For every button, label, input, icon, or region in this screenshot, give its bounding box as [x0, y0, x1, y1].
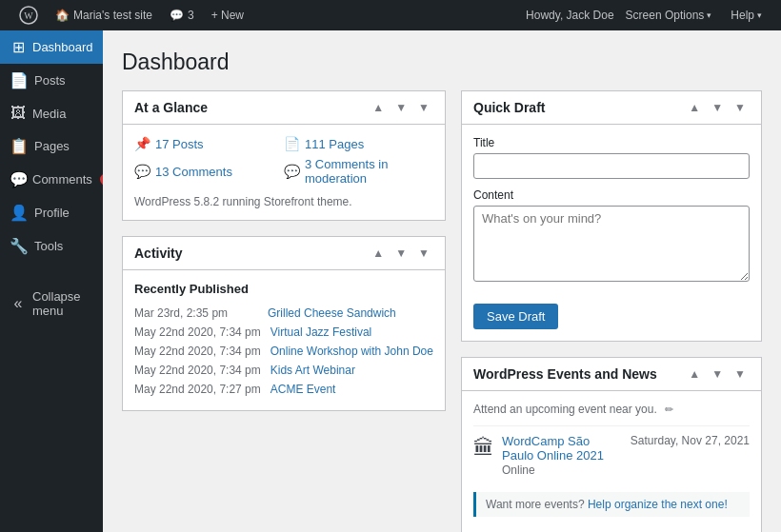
- events-close[interactable]: ▼: [731, 365, 750, 383]
- activity-row: May 22nd 2020, 7:34 pm Virtual Jazz Fest…: [134, 323, 433, 342]
- post-icon: 📌: [134, 136, 150, 151]
- title-input[interactable]: [473, 153, 750, 179]
- events-more-section: Want more events? Help organize the next…: [473, 492, 750, 517]
- widget-collapse-down[interactable]: ▼: [391, 99, 411, 116]
- moderation-icon: 💬: [284, 164, 300, 179]
- sidebar-collapse-menu[interactable]: « Collapse menu: [0, 282, 103, 325]
- edit-location-icon[interactable]: ✏: [665, 404, 673, 416]
- events-title: WordPress Events and News: [473, 366, 657, 382]
- activity-row: May 22nd 2020, 7:34 pm Online Workshop w…: [134, 342, 433, 361]
- sidebar-item-comments[interactable]: 💬 Comments 3: [0, 163, 103, 196]
- quick-draft-header: Quick Draft ▲ ▼ ▼: [462, 91, 761, 125]
- sidebar-item-posts[interactable]: 📄 Posts: [0, 64, 103, 97]
- glance-posts: 📌 17 Posts: [134, 136, 284, 151]
- save-draft-button[interactable]: Save Draft: [473, 304, 558, 329]
- events-controls: ▲ ▼ ▼: [685, 365, 750, 383]
- widgets-row: At a Glance ▲ ▼ ▼ 📌 17 Posts 📄: [122, 90, 762, 532]
- organize-link[interactable]: Help organize the next one!: [588, 498, 728, 511]
- posts-link[interactable]: 17 Posts: [155, 137, 204, 151]
- activity-collapse-up[interactable]: ▲: [369, 245, 388, 262]
- glance-grid: 📌 17 Posts 📄 111 Pages 💬 13 Comments: [134, 136, 433, 186]
- content-textarea[interactable]: [473, 206, 750, 282]
- sidebar-item-tools[interactable]: 🔧 Tools: [0, 229, 103, 263]
- main-content: Dashboard At a Glance ▲ ▼ ▼ 📌: [103, 30, 781, 532]
- activity-date: May 22nd 2020, 7:27 pm: [134, 383, 261, 396]
- top-bar: W 🏠 Maria's test site 💬 3 + New Howdy, J…: [0, 0, 781, 30]
- chevron-down-icon: ▾: [707, 10, 711, 20]
- pages-link[interactable]: 111 Pages: [305, 137, 364, 151]
- sidebar-item-dashboard[interactable]: ⊞ Dashboard: [0, 30, 103, 64]
- title-field-group: Title: [473, 136, 750, 179]
- widget-close[interactable]: ▼: [414, 99, 433, 116]
- sidebar-item-profile[interactable]: 👤 Profile: [0, 196, 103, 229]
- activity-date: May 22nd 2020, 7:34 pm: [134, 345, 261, 358]
- activity-row: May 22nd 2020, 7:27 pm ACME Event: [134, 380, 433, 399]
- activity-post-link[interactable]: ACME Event: [270, 383, 336, 396]
- comment-icon: 💬: [170, 9, 184, 22]
- sidebar-item-pages[interactable]: 📋 Pages: [0, 129, 103, 163]
- at-a-glance-header: At a Glance ▲ ▼ ▼: [123, 91, 445, 125]
- at-a-glance-widget: At a Glance ▲ ▼ ▼ 📌 17 Posts 📄: [122, 90, 446, 221]
- news-list: WP Briefing: Episode 20: WordPress=Blogg…: [473, 524, 750, 532]
- event-date: Saturday, Nov 27, 2021: [631, 434, 750, 447]
- activity-row: May 22nd 2020, 7:34 pm Kids Art Webinar: [134, 361, 433, 380]
- activity-post-link[interactable]: Virtual Jazz Festival: [270, 325, 371, 339]
- new-button[interactable]: + New: [204, 0, 251, 30]
- widget-collapse-up[interactable]: ▲: [369, 99, 388, 116]
- event-venue-icon: 🏛: [473, 436, 494, 461]
- events-widget: WordPress Events and News ▲ ▼ ▼ Attend a…: [461, 357, 762, 532]
- moderation-link[interactable]: 3 Comments in moderation: [305, 157, 433, 186]
- activity-close[interactable]: ▼: [414, 245, 433, 262]
- events-intro: Attend an upcoming event near you. ✏: [473, 403, 750, 416]
- posts-icon: 📄: [10, 71, 29, 89]
- activity-post-link[interactable]: Grilled Cheese Sandwich: [268, 306, 396, 320]
- comments-link[interactable]: 13 Comments: [155, 165, 232, 179]
- page-title: Dashboard: [122, 49, 762, 75]
- tools-icon: 🔧: [10, 237, 29, 255]
- profile-icon: 👤: [10, 204, 29, 222]
- activity-header: Activity ▲ ▼ ▼: [123, 237, 445, 270]
- glance-comments: 💬 13 Comments: [134, 157, 284, 186]
- page-icon: 📄: [284, 136, 300, 151]
- top-bar-left: W 🏠 Maria's test site 💬 3 + New: [11, 0, 526, 30]
- wp-logo-button[interactable]: W: [11, 0, 46, 30]
- events-down[interactable]: ▼: [708, 365, 727, 383]
- activity-subtitle: Recently Published: [134, 282, 433, 296]
- quick-draft-down[interactable]: ▼: [708, 99, 727, 116]
- svg-text:W: W: [24, 10, 33, 21]
- event-item: 🏛 WordCamp São Paulo Online 2021 Online …: [473, 425, 750, 484]
- dashboard-icon: ⊞: [10, 38, 27, 56]
- sidebar: ⊞ Dashboard 📄 Posts 🖼 Media 📋 Pages 💬 Co…: [0, 30, 103, 532]
- activity-date: May 22nd 2020, 7:34 pm: [134, 364, 261, 377]
- event-sublabel: Online: [502, 463, 535, 477]
- activity-body: Recently Published Mar 23rd, 2:35 pm Gri…: [123, 270, 445, 410]
- screen-options-dropdown[interactable]: Screen Options ▾: [618, 0, 720, 30]
- comment-glance-icon: 💬: [134, 164, 150, 179]
- site-icon: 🏠: [55, 9, 70, 22]
- comments-badge: 3: [100, 173, 103, 186]
- left-column: At a Glance ▲ ▼ ▼ 📌 17 Posts 📄: [122, 90, 446, 411]
- right-column: Quick Draft ▲ ▼ ▼ Title Content: [461, 90, 762, 532]
- quick-draft-close[interactable]: ▼: [731, 99, 750, 116]
- events-body: Attend an upcoming event near you. ✏ 🏛 W…: [462, 391, 761, 532]
- quick-draft-controls: ▲ ▼ ▼: [685, 99, 750, 116]
- help-dropdown[interactable]: Help ▾: [723, 0, 770, 30]
- activity-list: Mar 23rd, 2:35 pm Grilled Cheese Sandwic…: [134, 304, 433, 399]
- events-up[interactable]: ▲: [685, 365, 704, 383]
- content-label: Content: [473, 188, 750, 202]
- pages-icon: 📋: [10, 137, 29, 155]
- activity-date: Mar 23rd, 2:35 pm: [134, 306, 258, 320]
- quick-draft-body: Title Content Save Draft: [462, 125, 761, 341]
- comments-link[interactable]: 💬 3: [162, 0, 202, 30]
- quick-draft-title: Quick Draft: [473, 100, 545, 115]
- at-a-glance-title: At a Glance: [134, 100, 208, 115]
- sidebar-item-media[interactable]: 🖼 Media: [0, 97, 103, 129]
- comments-icon: 💬: [10, 170, 27, 188]
- activity-post-link[interactable]: Kids Art Webinar: [270, 364, 355, 377]
- site-name[interactable]: 🏠 Maria's test site: [48, 0, 160, 30]
- quick-draft-up[interactable]: ▲: [685, 99, 704, 116]
- activity-date: May 22nd 2020, 7:34 pm: [134, 325, 261, 339]
- event-name-link[interactable]: WordCamp São Paulo Online 2021: [502, 434, 623, 463]
- activity-collapse-down[interactable]: ▼: [391, 245, 411, 262]
- activity-post-link[interactable]: Online Workshop with John Doe: [270, 345, 433, 358]
